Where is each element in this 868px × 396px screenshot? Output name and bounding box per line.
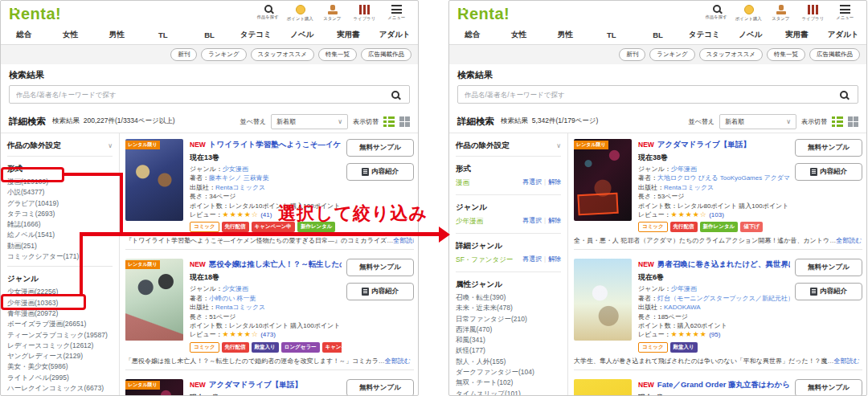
filter-harlequin[interactable]: ハーレクインコミックス(6673) [7, 383, 113, 394]
filter-enovel[interactable]: 絵ノベル(1541) [7, 230, 113, 240]
filter-seiyoufuu[interactable]: 西洋風(470) [456, 325, 561, 335]
tab-josei[interactable]: 女性 [47, 30, 94, 40]
free-sample-button[interactable]: 無料サンプル [795, 139, 862, 157]
stamp-button[interactable]: スタンプ [768, 5, 794, 22]
read-all-link[interactable]: 全部読む [385, 357, 411, 365]
clear-link[interactable]: 解除 [548, 178, 561, 186]
item-title-link[interactable]: 勇者召喚に巻き込まれたけど、異世界は平和でした [657, 259, 790, 270]
publisher-link[interactable]: Rentaコミックス [215, 304, 265, 311]
cover-thumbnail[interactable] [574, 259, 632, 341]
pill-tokushuu[interactable]: 特集一覧 [767, 48, 805, 61]
exclude-settings-row[interactable]: 作品の除外設定∨ [7, 137, 113, 157]
tab-bl[interactable]: BL [186, 31, 233, 39]
pill-staff-osusume[interactable]: スタッフオススメ [699, 48, 763, 61]
tab-adult[interactable]: アダルト [820, 30, 866, 40]
author-link[interactable]: 藤本キシノ 三萩青葉 [209, 174, 269, 182]
tab-bl[interactable]: BL [635, 31, 682, 39]
filter-musou-cheat[interactable]: 無双・チート(102) [456, 378, 561, 388]
author-link[interactable]: 灯台（モーニングスターブックス／新紀元社） おちゃう 平英ジロー [657, 295, 790, 302]
buy-points-button[interactable]: ポイント購入 [287, 5, 313, 22]
read-all-link[interactable]: 全部読む [834, 357, 860, 365]
sort-select[interactable]: 新着順∨ [271, 114, 348, 129]
find-works-button[interactable]: 作品を探す [703, 5, 730, 22]
grid-view-icon[interactable] [399, 116, 410, 127]
intro-button[interactable]: 内容紹介 [346, 163, 414, 181]
tab-dansei[interactable]: 男性 [542, 30, 588, 40]
tab-novel[interactable]: ノベル [727, 30, 774, 40]
tab-jitsuyousho[interactable]: 実用書 [326, 30, 372, 40]
filter-gravure[interactable]: グラビア(10419) [7, 198, 113, 209]
tab-sougou[interactable]: 総合 [1, 30, 47, 40]
read-all-link[interactable]: 全部読む [836, 237, 862, 244]
pill-ranking[interactable]: ランキング [649, 48, 694, 61]
free-sample-button[interactable]: 無料サンプル [346, 139, 414, 157]
tab-josei[interactable]: 女性 [496, 30, 542, 40]
filter-comic-theater[interactable]: コミックシアター(171) [7, 251, 113, 262]
reselect-link[interactable]: 再選択 [522, 178, 542, 186]
pill-shinkan[interactable]: 新刊 [619, 48, 645, 61]
filter-mirai[interactable]: 未来・近未来(478) [456, 303, 561, 313]
renta-logo[interactable]: Renta! [9, 5, 61, 23]
free-sample-button[interactable]: 無料サンプル [795, 259, 862, 276]
item-title-link[interactable]: トワイライト学習塾へようこそ―イケメン怪物た… [209, 140, 342, 150]
item-title-link[interactable]: 悪役令嬢は推し未亡人！？～転生したので婚約者… [209, 259, 342, 270]
author-link[interactable]: 小峰のい 柊一葉 [209, 295, 256, 302]
search-submit-icon[interactable] [391, 91, 399, 99]
renta-logo[interactable]: Renta! [457, 5, 510, 23]
tab-novel[interactable]: ノベル [279, 30, 326, 40]
filter-shounen[interactable]: 少年漫画(10363) [7, 298, 113, 308]
cover-thumbnail[interactable]: レンタル限り [574, 139, 632, 221]
tab-tatecomi[interactable]: タテコミ [681, 30, 727, 40]
item-title-link[interactable]: アクダマドライブ【単話】 [657, 140, 751, 150]
filter-douga[interactable]: 動画(251) [7, 241, 113, 251]
review-count-link[interactable]: (41) [260, 211, 272, 218]
free-sample-button[interactable]: 無料サンプル [795, 379, 862, 396]
filter-light-novel[interactable]: ライトノベル(2995) [7, 373, 113, 383]
item-title-link[interactable]: アクダマドライブ【単話】 [209, 380, 302, 390]
tab-tl[interactable]: TL [140, 31, 186, 39]
grid-view-icon[interactable] [848, 116, 858, 127]
publisher-link[interactable]: KADOKAWA [664, 304, 701, 311]
filter-seinen[interactable]: 青年漫画(20972) [7, 308, 113, 319]
stamp-button[interactable]: スタンプ [319, 5, 346, 22]
reselect-link[interactable]: 再選択 [522, 217, 542, 224]
tab-sougou[interactable]: 総合 [449, 30, 496, 40]
clear-link[interactable]: 解除 [548, 217, 561, 224]
tab-tl[interactable]: TL [588, 31, 635, 39]
pill-koukoku[interactable]: 広告掲載作品 [809, 48, 860, 61]
cover-thumbnail[interactable]: レンタル限り [125, 139, 183, 221]
filter-ladies-comic[interactable]: レディースコミック(12612) [7, 341, 113, 351]
filter-shoujo[interactable]: 少女漫画(22256) [7, 287, 113, 297]
filter-zasshi[interactable]: 雑誌(1666) [7, 219, 113, 230]
tab-jitsuyousho[interactable]: 実用書 [774, 30, 821, 40]
filter-young-ladies[interactable]: ヤングレディース(2129) [7, 351, 113, 361]
exclude-settings-row[interactable]: 作品の除外設定∨ [456, 137, 561, 157]
sort-select[interactable]: 新着順∨ [719, 114, 796, 129]
intro-button[interactable]: 内容紹介 [795, 283, 862, 300]
genre-link[interactable]: 少年漫画 [671, 165, 697, 173]
menu-button[interactable]: メニュー [832, 5, 858, 22]
intro-button[interactable]: 内容紹介 [795, 163, 862, 181]
cover-thumbnail[interactable] [574, 379, 632, 396]
clear-link[interactable]: 解除 [548, 255, 561, 263]
pill-ranking[interactable]: ランキング [201, 48, 246, 61]
filter-bijo[interactable]: 美女・美少女(5986) [7, 361, 113, 372]
filter-juujin[interactable]: 獣人・人外(155) [456, 357, 561, 367]
tab-tatecomi[interactable]: タテコミ [232, 30, 279, 40]
reselect-link[interactable]: 再選択 [522, 255, 542, 263]
pill-koukoku[interactable]: 広告掲載作品 [361, 48, 411, 61]
library-button[interactable]: ライブラリ [351, 5, 378, 22]
tab-adult[interactable]: アダルト [371, 30, 418, 40]
pill-shinkan[interactable]: 新刊 [170, 48, 197, 61]
pill-staff-osusume[interactable]: スタッフオススメ [251, 48, 314, 61]
filter-tl-comic[interactable]: ティーンズラブコミック(19587) [7, 330, 113, 341]
selected-detail-genre[interactable]: SF・ファンタジー [456, 254, 513, 265]
item-title-link[interactable]: Fate／Grand Order 藤丸立香はわからない [657, 380, 790, 390]
publisher-link[interactable]: Rentaコミックス [664, 184, 714, 191]
search-input[interactable] [465, 91, 840, 99]
filter-shoukan-tensei[interactable]: 召喚・転生(390) [456, 292, 561, 303]
intro-button[interactable]: 内容紹介 [346, 283, 414, 300]
filter-dark-fantasy[interactable]: ダークファンタジー(104) [456, 367, 561, 378]
selected-genre[interactable]: 少年漫画 [456, 215, 483, 227]
buy-points-button[interactable]: ポイント購入 [735, 5, 762, 22]
